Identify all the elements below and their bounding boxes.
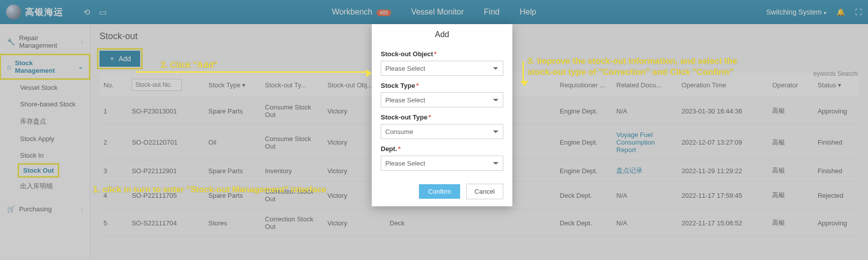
workbench-badge: 489 [377, 10, 391, 16]
home-icon: ⌂ [7, 63, 11, 71]
cell-stockout-obj: Victory [323, 209, 386, 237]
cell-stockout-type: Consume Stock Out [261, 125, 323, 160]
keywords-search-hint: eywords Searchi [813, 70, 858, 77]
sidebar-stock-apply[interactable]: Stock Apply [0, 131, 90, 147]
cell-requisitioner: Engine Dept. [556, 160, 612, 182]
cell-operation-time: 2022-11-29 11:29:22 [678, 160, 769, 182]
label-dept: Dept.* [381, 145, 503, 153]
cell-stockout-no: SO-S22111704 [128, 209, 204, 237]
nav-workbench[interactable]: Workbench 489 [332, 8, 391, 17]
cell-no: 2 [99, 125, 128, 160]
label-stock-type: Stock Type* [381, 82, 503, 89]
sidebar-stock-in[interactable]: Stock In [0, 147, 90, 164]
th-operator[interactable]: Operator [768, 73, 813, 97]
cell-related-doc: N/A [612, 182, 678, 209]
sidebar-item-label: Purchasing [19, 205, 52, 213]
add-modal: Add Stock-out Object* Please Select Stoc… [372, 24, 512, 206]
cell-related-doc: N/A [612, 97, 678, 125]
wrench-icon: 🔧 [7, 38, 15, 46]
nav-vessel-monitor[interactable]: Vessel Monitor [411, 8, 464, 17]
sidebar: 🔧 Repair Management › ⌂ Stock Management… [0, 24, 90, 260]
dashboard-icon[interactable]: ▭ [99, 8, 106, 17]
modal-title: Add [372, 24, 512, 48]
logo-icon [6, 5, 21, 20]
annotation-arrow-2 [136, 71, 367, 73]
cell-operation-time: 2022-12-07 13:27:09 [678, 125, 769, 160]
th-stock-type[interactable]: Stock Type ▾ [204, 73, 261, 97]
nav-workbench-label: Workbench [332, 8, 373, 16]
sidebar-inout-detail[interactable]: 出入库明细 [0, 177, 90, 195]
cell-stockout-type: Consume Stock Out [261, 97, 323, 125]
sidebar-inventory[interactable]: 库存盘点 [0, 112, 90, 131]
cell-stockout-no: SO-P22112901 [128, 160, 204, 182]
back-icon[interactable]: ⟲ [83, 8, 90, 17]
related-doc-text: N/A [616, 192, 627, 199]
cell-status: Approving [814, 209, 859, 237]
th-stockout-no [128, 73, 204, 97]
related-doc-link[interactable]: 盘点记录 [616, 167, 642, 174]
cell-stock-type: Stores [204, 209, 261, 237]
cell-no: 3 [99, 160, 128, 182]
chevron-right-icon: › [81, 206, 83, 212]
cell-status: Approving [814, 97, 859, 125]
th-stockout-type[interactable]: Stock-out Ty... [261, 73, 323, 97]
cell-related-doc: N/A [612, 209, 678, 237]
select-stock-type[interactable]: Please Select [381, 92, 503, 107]
sidebar-stock-out[interactable]: Stock Out [18, 164, 59, 177]
nav-help[interactable]: Help [519, 8, 536, 17]
cancel-button[interactable]: Cancel [466, 184, 503, 199]
cell-operator: 高银 [768, 97, 813, 125]
cell-operator: 高银 [768, 125, 813, 160]
cell-no: 1 [99, 97, 128, 125]
th-no: No. [99, 73, 128, 97]
bell-icon[interactable]: 🔔 [836, 8, 845, 16]
cell-status: Finished [814, 125, 859, 160]
select-stockout-object[interactable]: Please Select [381, 61, 503, 76]
cell-no: 5 [99, 209, 128, 237]
select-dept[interactable]: Please Select [381, 156, 503, 171]
sidebar-purchasing[interactable]: 🛒 Purchasing › [0, 200, 90, 218]
cell-stockout-type: Correction Stock Out [261, 209, 323, 237]
related-doc-text: N/A [616, 219, 627, 227]
sidebar-item-label: Repair Management [19, 34, 77, 49]
nav-find[interactable]: Find [484, 8, 499, 17]
cell-requisitioner: Deck Dept. [556, 209, 612, 237]
sidebar-item-label: Stock Management [15, 59, 74, 74]
cart-icon: 🛒 [7, 205, 15, 213]
annotation-step3b: stock-out type of "Correction" and Click… [527, 67, 733, 77]
confirm-button[interactable]: Confirm [419, 184, 460, 199]
annotation-arrow-3 [522, 61, 524, 81]
cell-operation-time: 2022-11-17 17:59:45 [678, 182, 769, 209]
sidebar-stock-management[interactable]: ⌂ Stock Management ⌄ [0, 54, 90, 79]
brand-name: 高银海运 [25, 6, 63, 18]
switching-system-dropdown[interactable]: Switching System [767, 8, 826, 16]
annotation-step1: 1. click in turn to enter "Stock-out Man… [93, 185, 327, 195]
cell-requisitioner: Deck Dept. [556, 182, 612, 209]
cell-related-doc: Voyage Fuel Consumption Report [612, 125, 678, 160]
add-button[interactable]: ＋ Add [99, 51, 140, 67]
add-button-label: Add [119, 55, 131, 63]
label-stockout-object: Stock-out Object* [381, 50, 503, 58]
annotation-step3a: 3. Improve the stock-out information, an… [527, 56, 737, 66]
cell-operator: 高银 [768, 209, 813, 237]
fullscreen-icon[interactable]: ⛶ [855, 8, 862, 16]
related-doc-text: N/A [616, 107, 627, 115]
sidebar-repair-management[interactable]: 🔧 Repair Management › [0, 29, 90, 54]
select-stockout-type[interactable]: Consume [381, 124, 503, 139]
chevron-down-icon: ⌄ [78, 64, 83, 70]
cell-status: Rejected [814, 182, 859, 209]
table-row[interactable]: 5 SO-S22111704 Stores Correction Stock O… [99, 209, 859, 237]
sidebar-vessel-stock[interactable]: Vessel Stock [0, 79, 90, 96]
chevron-right-icon: › [81, 39, 83, 45]
plus-icon: ＋ [108, 54, 116, 63]
cell-operation-time: 2022-11-17 15:06:52 [678, 209, 769, 237]
cell-stock-type: Spare Parts [204, 160, 261, 182]
cell-stockout-no: SO-O22120701 [128, 125, 204, 160]
cell-stock-type: Spare Parts [204, 97, 261, 125]
sidebar-shore-stock[interactable]: Shore-based Stock [0, 96, 90, 112]
cell-requisitioner: Engine Dept. [556, 97, 612, 125]
annotation-step2: 2. Click "Add" [161, 60, 218, 70]
cell-stock-type: Oil [204, 125, 261, 160]
stockout-no-filter[interactable] [132, 79, 182, 91]
related-doc-link[interactable]: Voyage Fuel Consumption Report [616, 131, 655, 154]
